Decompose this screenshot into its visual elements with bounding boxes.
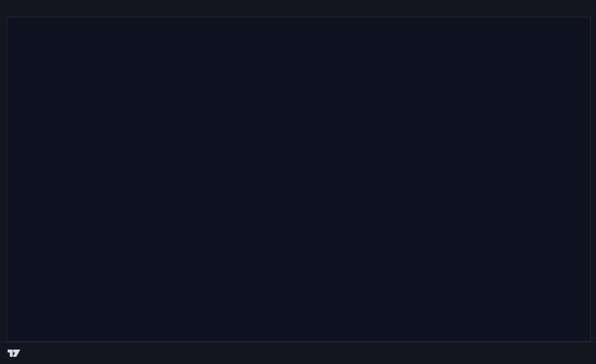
symbol-legend [12,21,42,57]
rsi-legend [12,259,25,268]
volume-legend-row [12,33,42,45]
symbol-legend-row-main [12,21,42,33]
ma-legend-row [12,45,42,57]
tradingview-link[interactable] [7,348,25,359]
pane-divider-rsi-timeaxis[interactable] [7,325,591,327]
footer-bar [0,342,596,364]
tradingview-logo-icon [7,348,20,359]
pane-divider-volume-rsi[interactable] [7,254,591,256]
snapshot-page [0,0,596,364]
chart-canvas[interactable] [0,0,596,364]
